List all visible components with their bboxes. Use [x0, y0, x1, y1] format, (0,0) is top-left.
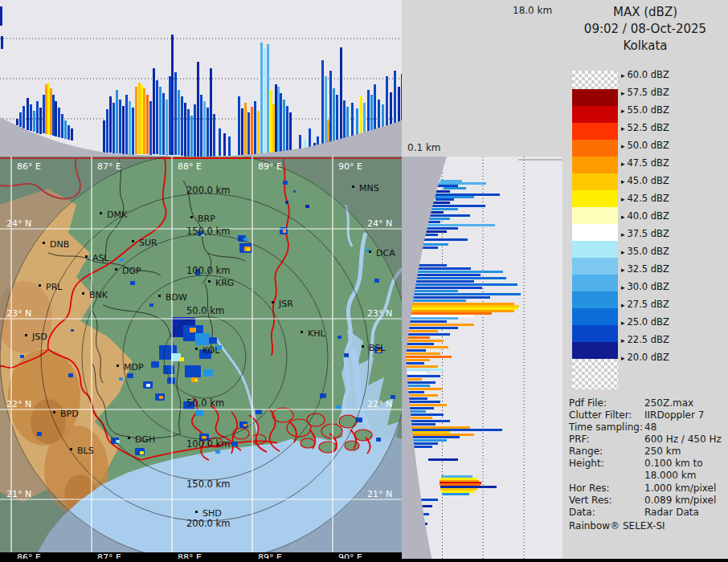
echo-cell: [195, 333, 210, 345]
echo-bar: [325, 76, 327, 150]
echo-cell: [344, 353, 349, 357]
echo-bar: [16, 119, 18, 125]
legend-tick-arrow-icon: ▸: [621, 142, 625, 150]
legend-label: ▸60.0 dBZ: [621, 69, 669, 80]
legend-label: ▸20.0 dBZ: [621, 352, 669, 363]
bottom-black-strip: [0, 559, 728, 562]
echo-bar: [410, 436, 460, 438]
echo-bar: [122, 106, 125, 154]
echo-bar: [260, 43, 263, 155]
station-label-bnk: BNK: [89, 290, 108, 300]
right-height-profile-panel: [402, 157, 567, 562]
station-dot: [39, 284, 41, 287]
echo-bar: [267, 44, 269, 155]
radar-site-name: Kolkata: [562, 39, 728, 53]
echo-bar: [1, 36, 3, 49]
echo-bar: [405, 404, 447, 406]
range-ring-label: 50.0 km: [186, 397, 224, 409]
legend-label: ▸55.0 dBZ: [621, 104, 669, 116]
info-value: 250 km: [644, 446, 681, 457]
echo-bar: [440, 478, 477, 480]
echo-bar: [19, 112, 22, 127]
lat-label-right: 21° N: [367, 489, 392, 499]
echo-cell: [336, 405, 341, 409]
echo-bar: [264, 48, 266, 155]
echo-bar: [109, 96, 112, 153]
legend-label-text: 37.5 dBZ: [628, 228, 669, 239]
legend-tick-arrow-icon: ▸: [621, 319, 625, 327]
echo-bar: [410, 290, 458, 292]
echo-bar: [402, 327, 458, 329]
echo-bar: [411, 274, 481, 276]
echo-bar: [280, 93, 282, 155]
echo-bar: [407, 299, 466, 302]
echo-bar: [440, 180, 462, 182]
legend-tick-arrow-icon: ▸: [621, 336, 625, 344]
station-label-jsr: JSR: [278, 299, 293, 309]
echo-cell: [305, 205, 309, 208]
echo-bar: [403, 346, 448, 348]
echo-cell: [283, 181, 288, 185]
legend-label-text: 50.0 dBZ: [628, 140, 669, 151]
legend-tick-arrow-icon: ▸: [621, 266, 625, 274]
legend-tick-arrow-icon: ▸: [621, 213, 625, 221]
echo-bar: [27, 98, 29, 130]
echo-bar: [275, 84, 277, 155]
echo-cell: [374, 279, 379, 283]
echo-bar: [178, 90, 180, 155]
legend-label-text: 45.0 dBZ: [628, 175, 669, 186]
echo-bar: [402, 356, 452, 358]
product-title: MAX (dBZ): [562, 5, 728, 19]
echo-bar: [207, 108, 209, 157]
height-max-label: 18.0 km: [513, 5, 552, 16]
echo-bar: [413, 446, 432, 448]
echo-bar: [67, 125, 70, 140]
echo-bar: [403, 388, 442, 390]
echo-bar: [329, 71, 332, 150]
echo-bar: [410, 442, 438, 445]
echo-bar: [423, 224, 495, 226]
legend-band: [572, 258, 618, 275]
legend-band: [572, 342, 618, 359]
echo-bar: [402, 315, 474, 317]
echo-bar: [428, 458, 458, 461]
echo-bar: [116, 90, 118, 153]
legend-label-text: 20.0 dBZ: [628, 352, 669, 363]
echo-cell: [231, 442, 238, 446]
lon-label-top: 88° E: [178, 161, 202, 172]
echo-bar: [402, 340, 444, 342]
echo-bar: [33, 111, 35, 132]
echo-bar: [241, 108, 243, 155]
echo-bar: [277, 87, 280, 155]
legend-label-text: 22.5 dBZ: [628, 334, 669, 345]
station-dot: [352, 185, 354, 188]
echo-bar: [444, 187, 466, 189]
echo-cell: [243, 238, 247, 241]
echo-bar: [257, 111, 260, 155]
top-profile-plot: [0, 0, 402, 157]
echo-bar: [272, 104, 275, 155]
echo-cell: [20, 355, 24, 358]
echo-bar: [321, 60, 324, 150]
legend-tick-arrow-icon: ▸: [621, 354, 625, 362]
echo-bar: [403, 369, 444, 371]
lon-label-top: 87° E: [97, 161, 121, 172]
range-ring-label: 200.0 km: [186, 185, 230, 196]
echo-bar: [405, 420, 450, 422]
legend-label: ▸30.0 dBZ: [621, 281, 669, 292]
echo-bar: [213, 114, 215, 157]
echo-cell: [215, 450, 220, 454]
legend-label-text: 55.0 dBZ: [628, 104, 669, 116]
echo-bar: [153, 68, 155, 154]
info-value: 250Z.max: [644, 397, 693, 409]
echo-cell: [293, 190, 296, 193]
echo-bar: [125, 95, 128, 154]
echo-bar: [427, 221, 440, 223]
station-dot: [301, 331, 303, 333]
echo-bar: [251, 107, 253, 155]
echo-bar: [219, 128, 221, 156]
legend-label-text: 47.5 dBZ: [628, 157, 669, 169]
station-dot: [272, 301, 274, 303]
legend-band-above-max: [572, 71, 618, 89]
echo-bar: [413, 277, 506, 279]
